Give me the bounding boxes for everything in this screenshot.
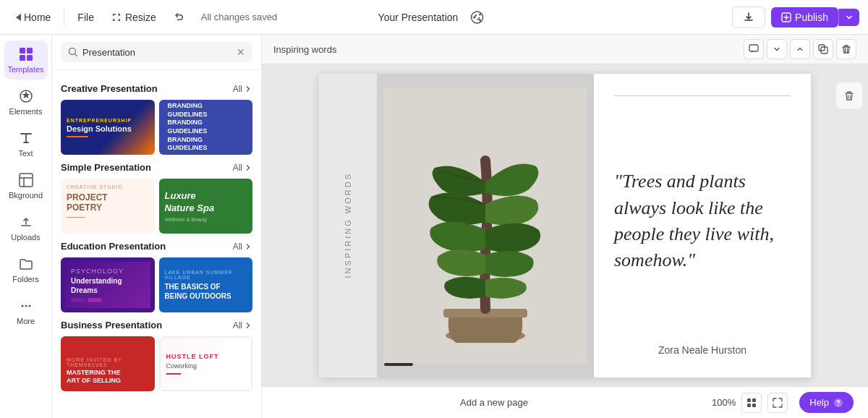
template-card-hustle-loft[interactable]: Hustle Loft Coworking bbox=[159, 336, 253, 391]
topbar: Home File Resize All changes saved Your … bbox=[0, 0, 868, 35]
chevron-left-icon bbox=[16, 14, 21, 21]
svg-rect-8 bbox=[27, 55, 33, 61]
topbar-center: Your Presentation bbox=[378, 4, 490, 30]
canvas-main: INSPIRING WORDS bbox=[262, 64, 868, 386]
search-input-wrap: ✕ bbox=[61, 42, 252, 62]
delete-canvas-button[interactable] bbox=[836, 82, 862, 108]
download-button[interactable] bbox=[732, 7, 765, 28]
add-page-center: Add a new page bbox=[276, 397, 712, 408]
folder-icon bbox=[18, 256, 34, 272]
sidebar-item-uploads[interactable]: Uploads bbox=[4, 208, 48, 247]
more-icon bbox=[18, 298, 34, 314]
resize-button[interactable]: Resize bbox=[104, 7, 163, 27]
svg-point-0 bbox=[471, 12, 482, 23]
section-all-simple[interactable]: All bbox=[233, 163, 252, 173]
main-layout: Templates Elements Text Bkground bbox=[0, 35, 868, 418]
comment-icon bbox=[749, 44, 759, 54]
file-label: File bbox=[77, 12, 94, 23]
chevron-right-icon-4 bbox=[244, 321, 252, 330]
publish-icon bbox=[781, 12, 791, 22]
presentation-title: Your Presentation bbox=[378, 12, 459, 23]
search-bar: ✕ bbox=[52, 35, 261, 70]
slide-progress-bar bbox=[384, 363, 413, 366]
template-card-design-solutions[interactable]: ENTREPRENEURSHIP Design Solutions bbox=[61, 100, 155, 155]
template-card-project-poetry[interactable]: CREATIVE STUDIO PROJECTPOETRY bbox=[61, 179, 155, 234]
slide-quote: "Trees and plants always look like the p… bbox=[614, 111, 791, 333]
duplicate-button[interactable] bbox=[813, 39, 833, 59]
undo-button[interactable] bbox=[166, 7, 192, 27]
resize-label: Resize bbox=[125, 12, 156, 23]
fullscreen-button[interactable] bbox=[767, 393, 788, 413]
help-button[interactable]: Help bbox=[799, 392, 854, 413]
template-card-understanding-dreams[interactable]: Psychology UnderstandingDreams bbox=[61, 257, 155, 312]
slide-canvas[interactable]: INSPIRING WORDS bbox=[319, 74, 811, 378]
fullscreen-icon bbox=[773, 398, 783, 408]
icon-sidebar: Templates Elements Text Bkground bbox=[0, 35, 52, 418]
sidebar-item-folders[interactable]: Folders bbox=[4, 250, 48, 289]
elements-label: Elements bbox=[9, 107, 43, 116]
templates-scroll: Creative Presentation All ENTREPRENEURSH… bbox=[52, 70, 261, 418]
sidebar-item-more[interactable]: More bbox=[4, 292, 48, 331]
trash-icon bbox=[843, 90, 855, 101]
sidebar-item-text[interactable]: Text bbox=[4, 124, 48, 163]
section-all-business[interactable]: All bbox=[233, 320, 252, 330]
section-header-business: Business Presentation All bbox=[61, 320, 252, 330]
svg-rect-23 bbox=[747, 404, 751, 407]
chevron-down-canvas-button[interactable] bbox=[767, 39, 787, 59]
add-page-button[interactable]: Add a new page bbox=[460, 397, 528, 408]
download-icon bbox=[743, 12, 754, 23]
undo-icon bbox=[174, 12, 185, 23]
topbar-right: Publish bbox=[732, 7, 859, 28]
template-card-luxure-nature-spa[interactable]: LuxureNature Spa Wellness & Beauty bbox=[159, 179, 253, 234]
template-card-mastering-selling[interactable]: MORE INVITED BY THEMSELVES MASTERING THE… bbox=[61, 336, 155, 391]
help-section: Help bbox=[799, 392, 854, 413]
section-title-education: Education Presentation bbox=[61, 241, 166, 252]
section-all-creative[interactable]: All bbox=[233, 84, 252, 94]
svg-rect-21 bbox=[747, 398, 751, 402]
publish-label: Publish bbox=[795, 12, 828, 23]
share-button[interactable] bbox=[464, 4, 490, 30]
templates-label: Templates bbox=[7, 65, 43, 74]
publish-button[interactable]: Publish bbox=[771, 7, 838, 27]
svg-point-2 bbox=[479, 19, 481, 21]
file-button[interactable]: File bbox=[70, 7, 101, 27]
grid-view-icon bbox=[746, 398, 757, 408]
section-all-education[interactable]: All bbox=[233, 242, 252, 252]
template-card-basics-outdoors[interactable]: LAKE URBAN SUMMER VILLAGE THE BASICS OFB… bbox=[159, 257, 253, 312]
topbar-left: Home File Resize All changes saved bbox=[9, 7, 729, 27]
share-icon bbox=[469, 10, 484, 25]
canvas-toolbar: Inspiring words bbox=[262, 35, 868, 64]
sidebar-item-background[interactable]: Bkground bbox=[4, 166, 48, 205]
home-button[interactable]: Home bbox=[9, 7, 58, 27]
chevron-up-button[interactable] bbox=[790, 39, 810, 59]
svg-point-3 bbox=[473, 16, 475, 18]
search-clear-button[interactable]: ✕ bbox=[237, 46, 245, 58]
search-input[interactable] bbox=[82, 47, 232, 58]
canvas-area: Inspiring words bbox=[262, 35, 868, 418]
elements-icon bbox=[18, 88, 34, 104]
home-label: Home bbox=[24, 12, 51, 23]
grid-view-button[interactable] bbox=[741, 393, 762, 413]
section-header-education: Education Presentation All bbox=[61, 241, 252, 252]
uploads-label: Uploads bbox=[11, 233, 40, 242]
text-icon bbox=[18, 130, 34, 146]
uploads-icon bbox=[18, 214, 34, 230]
divider-1 bbox=[64, 9, 64, 26]
publish-chevron-button[interactable] bbox=[838, 9, 859, 26]
chevron-down-icon bbox=[845, 13, 854, 22]
duplicate-icon bbox=[818, 44, 828, 54]
background-label: Bkground bbox=[9, 191, 43, 200]
template-grid-business: MORE INVITED BY THEMSELVES MASTERING THE… bbox=[61, 336, 252, 391]
resize-icon bbox=[111, 12, 122, 22]
delete-button[interactable] bbox=[836, 39, 856, 59]
template-card-branding-guidelines[interactable]: BRANDINGGUIDELINESBRANDINGGUIDELINESBRAN… bbox=[159, 100, 253, 155]
sidebar-item-elements[interactable]: Elements bbox=[4, 82, 48, 121]
more-label: More bbox=[17, 317, 35, 325]
slide-left-strip: INSPIRING WORDS bbox=[319, 74, 377, 378]
chevron-up-icon bbox=[796, 45, 804, 54]
delete-icon bbox=[841, 44, 851, 54]
sidebar-item-templates[interactable]: Templates bbox=[4, 40, 48, 80]
svg-rect-22 bbox=[752, 398, 756, 402]
section-header-creative: Creative Presentation All bbox=[61, 83, 252, 94]
comment-button[interactable] bbox=[744, 39, 764, 59]
